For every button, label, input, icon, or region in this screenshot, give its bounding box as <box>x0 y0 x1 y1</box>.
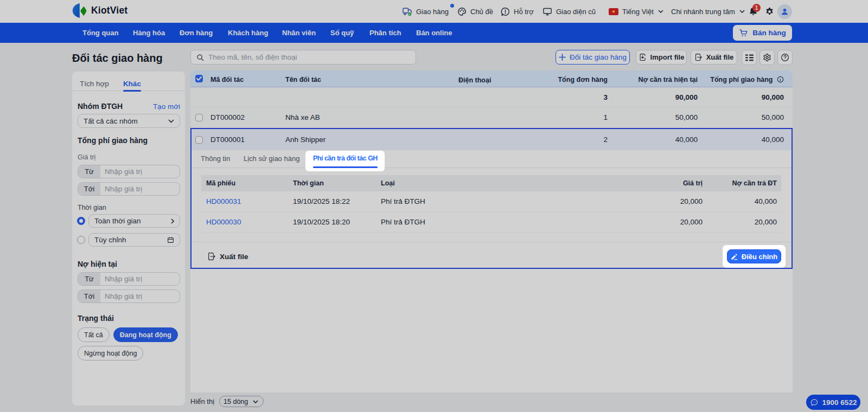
help-button[interactable] <box>777 50 793 65</box>
table-settings-button[interactable] <box>760 50 775 65</box>
nav-ban-online[interactable]: Bán online <box>416 23 452 43</box>
topmenu-theme-label: Chủ đề <box>470 8 493 16</box>
topmenu-branch-label: Chi nhánh trung tâm <box>671 8 735 16</box>
select-all-checkbox[interactable] <box>195 75 203 82</box>
summary-row: 3 90,000 90,000 <box>190 87 793 107</box>
import-icon <box>639 53 647 61</box>
custom-time-select[interactable]: Tùy chỉnh <box>88 233 180 247</box>
nav-tong-quan[interactable]: Tổng quan <box>82 23 118 43</box>
col-ma-phieu: Mã phiếu <box>201 179 293 187</box>
sell-button[interactable]: Bán hàng <box>733 25 792 41</box>
fee-to-placeholder: Nhập giá trị <box>100 185 142 193</box>
partner-table: Mã đối tác Tên đối tác Tổng đơn hàng Nợ … <box>190 70 793 392</box>
col-tong-phi[interactable]: Tổng phí giao hàng <box>698 74 793 83</box>
topmenu-support[interactable]: Hỗ trợ <box>501 0 534 23</box>
import-file-button[interactable]: Import file <box>636 50 687 65</box>
row-orders: 1 <box>556 113 608 121</box>
search-icon <box>196 54 204 61</box>
col-tong-don-hang[interactable]: Tổng đơn hàng <box>556 74 608 83</box>
calendar-icon <box>167 236 174 243</box>
all-time-select[interactable]: Toàn thời gian <box>88 214 180 228</box>
time-option-row: Tùy chỉnh <box>77 233 180 247</box>
debt-from-input[interactable]: Từ Nhập giá trị <box>78 272 180 286</box>
page-footer: Hiển thị 15 dòng <box>190 396 264 407</box>
nav-khach-hang[interactable]: Khách hàng <box>228 23 268 43</box>
palette-icon <box>457 7 467 16</box>
fee-from-placeholder: Nhập giá trị <box>100 168 142 176</box>
detail-export-label: Xuất file <box>220 253 248 261</box>
debt-to-input[interactable]: Tới Nhập giá trị <box>78 289 180 303</box>
row-fee: 40,000 <box>698 136 792 144</box>
adjust-button-label: Điều chỉnh <box>742 253 777 261</box>
topmenu-delivery-label: Giao hàng <box>416 8 449 16</box>
topmenu-delivery[interactable]: Giao hàng <box>403 0 449 23</box>
adjust-spotlight: Điều chỉnh <box>723 245 786 268</box>
page-size-select[interactable]: 15 dòng <box>219 396 264 407</box>
columns-icon <box>745 54 754 61</box>
export-icon <box>694 53 703 61</box>
search-input[interactable]: Theo mã, tên, số điện thoại <box>190 50 416 65</box>
fee-row-debt: 20,000 <box>707 218 781 226</box>
export-file-label: Xuất file <box>706 53 734 61</box>
debt-to-placeholder: Nhập giá trị <box>100 292 142 300</box>
adjust-button[interactable]: Điều chỉnh <box>727 249 781 263</box>
fee-row-code-link[interactable]: HD000031 <box>206 197 241 205</box>
import-file-label: Import file <box>650 53 685 61</box>
tab-tich-hop[interactable]: Tích hợp <box>80 72 109 91</box>
create-group-link[interactable]: Tạo mới <box>153 102 180 111</box>
row-checkbox[interactable] <box>195 136 203 144</box>
status-pill-inactive[interactable]: Ngừng hoạt động <box>78 346 143 360</box>
settings-gear[interactable] <box>765 7 774 16</box>
delivery-notification-dot <box>450 4 454 8</box>
search-placeholder: Theo mã, tên, số điện thoại <box>208 53 297 61</box>
topmenu-old-ui[interactable]: Giao diện cũ <box>542 0 596 23</box>
top-bar: KiotViet Giao hàng <box>0 0 868 23</box>
kiotviet-logo[interactable]: KiotViet <box>72 3 127 18</box>
detail-footer: Xuất file Điều chỉnh <box>192 242 792 268</box>
chevron-down-icon <box>658 10 663 13</box>
sidebar-filters: Nhóm ĐTGH Tạo mới Tất cả các nhóm Tổng p… <box>72 102 185 360</box>
row-debt: 40,000 <box>608 136 698 144</box>
fee-to-input[interactable]: Tới Nhập giá trị <box>78 182 180 196</box>
user-avatar[interactable] <box>777 4 792 19</box>
row-checkbox[interactable] <box>195 114 203 121</box>
hotline-chat-button[interactable]: 1900 6522 <box>806 395 860 410</box>
fee-table: Mã phiếu Thời gian Loại Giá trị Nợ cần t… <box>201 175 781 233</box>
fee-from-input[interactable]: Từ Nhập giá trị <box>78 165 180 178</box>
status-pill-all[interactable]: Tất cả <box>78 327 110 342</box>
fee-row: HD000031 19/10/2025 18:22 Phí trả ĐTGH 2… <box>201 191 781 212</box>
topmenu-branch[interactable]: Chi nhánh trung tâm <box>671 0 745 23</box>
table-row[interactable]: DT000002 Nhà xe AB 1 50,000 50,000 <box>190 107 793 127</box>
columns-button[interactable] <box>742 50 757 65</box>
col-dien-thoai[interactable]: Điện thoại <box>458 70 491 87</box>
notification-bell[interactable]: 1 <box>749 7 758 16</box>
nav-nhan-vien[interactable]: Nhân viên <box>282 23 316 43</box>
detail-tab-lich-su[interactable]: Lịch sử giao hàng <box>244 150 299 168</box>
gear-icon <box>765 7 774 16</box>
fee-row-code-link[interactable]: HD000030 <box>206 218 241 226</box>
nav-hang-hoa[interactable]: Hàng hóa <box>133 23 165 43</box>
col-ten-doi-tac[interactable]: Tên đối tác <box>285 74 458 83</box>
fee-row-type: Phí trả ĐTGH <box>381 218 544 226</box>
export-file-button[interactable]: Xuất file <box>691 50 737 65</box>
fee-row-type: Phí trả ĐTGH <box>381 197 544 205</box>
nav-don-hang[interactable]: Đơn hàng <box>180 23 213 43</box>
nav-so-quy[interactable]: Sổ quỹ <box>330 23 354 43</box>
status-pill-active[interactable]: Đang hoạt động <box>113 327 178 342</box>
detail-tab-phi-can-tra[interactable]: Phí cần trả đối tác GH <box>313 150 378 171</box>
group-select[interactable]: Tất cả các nhóm <box>78 114 180 128</box>
nav-phan-tich[interactable]: Phân tích <box>369 23 401 43</box>
add-partner-button[interactable]: Đối tác giao hàng <box>556 50 630 65</box>
radio-custom-time[interactable] <box>77 236 85 244</box>
radio-all-time[interactable] <box>77 217 85 225</box>
col-no-can-tra[interactable]: Nợ cần trả hiện tại <box>608 74 698 83</box>
detail-export-button[interactable]: Xuất file <box>207 252 248 261</box>
fee-row: HD000030 19/10/2025 18:20 Phí trả ĐTGH 2… <box>201 212 781 233</box>
chevron-down-icon <box>253 400 258 403</box>
topmenu-theme[interactable]: Chủ đề <box>457 0 493 23</box>
col-ma-doi-tac[interactable]: Mã đối tác <box>210 74 285 83</box>
detail-tab-thong-tin[interactable]: Thông tin <box>201 150 230 168</box>
topmenu-language[interactable]: Tiếng Việt <box>609 0 663 23</box>
tab-khac[interactable]: Khác <box>123 72 141 91</box>
table-row-expanded[interactable]: DT000001 Anh Shipper 2 40,000 40,000 <box>192 129 792 150</box>
